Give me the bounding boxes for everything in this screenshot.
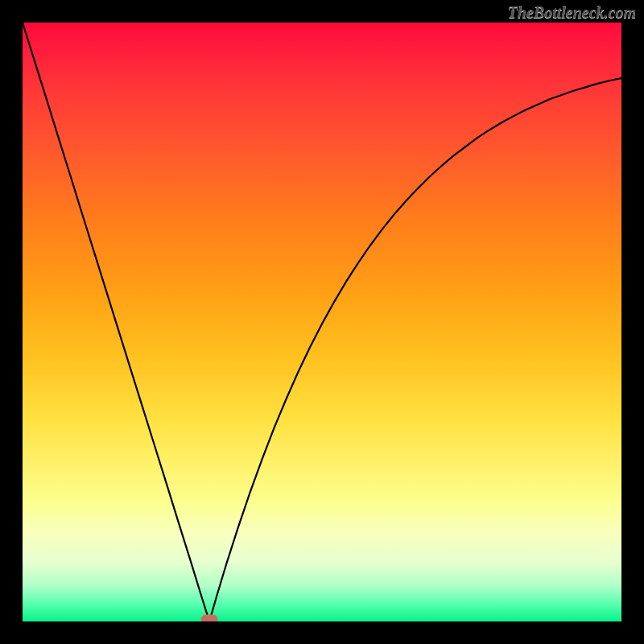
plot-area [23, 23, 621, 621]
watermark-label: TheBottleneck.com [508, 3, 636, 22]
minimum-marker [201, 615, 217, 621]
chart-frame: TheBottleneck.com [0, 0, 644, 644]
curve-path [23, 23, 621, 621]
chart-svg [23, 23, 621, 621]
